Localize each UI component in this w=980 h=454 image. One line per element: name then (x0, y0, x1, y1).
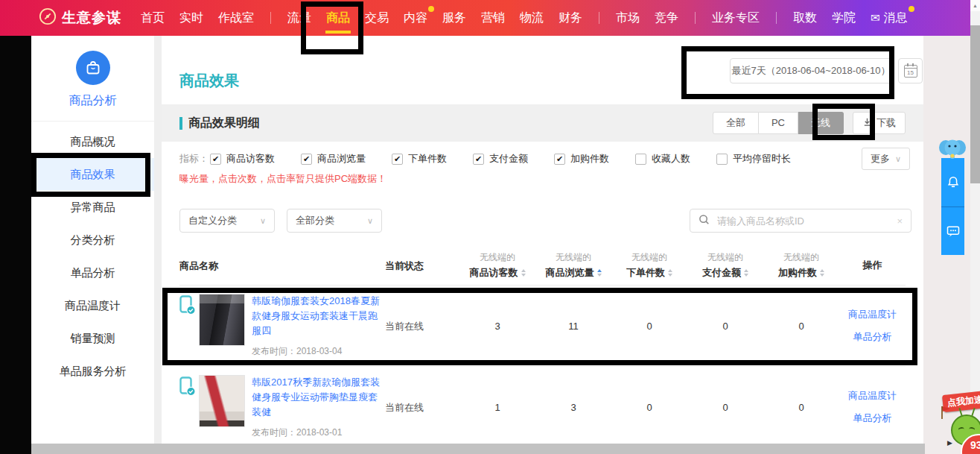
column-header[interactable]: 无线端的下单件数 (611, 251, 687, 280)
sort-up-icon[interactable] (820, 269, 824, 272)
terminal-tab[interactable]: 全部 (713, 112, 759, 134)
sort-down-icon[interactable] (521, 274, 526, 277)
sort-down-icon[interactable] (597, 274, 602, 277)
nav-item[interactable]: 物流 (512, 0, 551, 36)
clear-search-icon[interactable]: × (897, 215, 903, 227)
nav-item[interactable]: 内容 (396, 0, 435, 36)
nav-item[interactable]: 业务专区 (704, 0, 767, 36)
nav-item[interactable]: 学院 (824, 0, 863, 36)
search-input[interactable] (716, 215, 891, 227)
nav-item[interactable]: 取数 (786, 0, 824, 36)
sidebar-item[interactable]: 单品分析 (31, 256, 154, 289)
notifications-bell-button[interactable] (941, 158, 964, 206)
column-title-text: 下单件数 (626, 266, 665, 280)
date-range-selector[interactable]: 最近7天（2018-06-04~2018-06-10） (730, 58, 892, 83)
checkbox-icon[interactable]: ✔ (301, 154, 312, 165)
checkbox-icon[interactable] (635, 154, 646, 165)
sort-down-icon[interactable] (668, 274, 672, 277)
sidebar-item[interactable]: 商品效果 (31, 158, 154, 191)
brand-logo[interactable]: 生意参谋 (39, 7, 121, 29)
action-link[interactable]: 单品分析 (853, 330, 892, 344)
vertical-scrollbar-thumb[interactable] (970, 25, 980, 183)
nav-item[interactable]: 服务 (435, 0, 474, 36)
sidebar-item[interactable]: 销量预测 (31, 322, 154, 355)
nav-item[interactable]: ✉消息 (863, 0, 915, 36)
product-title-link[interactable]: 韩版瑜伽服套装女2018春夏新款健身服女运动套装速干晨跑服四 (252, 294, 385, 338)
metric-checkbox[interactable]: ✔加购件数 (554, 152, 609, 165)
sidebar-item[interactable]: 商品概况 (31, 125, 154, 158)
column-header[interactable]: 无线端的加购件数 (763, 251, 839, 280)
sort-arrows[interactable] (521, 269, 526, 277)
checkbox-icon[interactable]: ✔ (210, 154, 221, 165)
download-icon (862, 117, 872, 129)
metric-checkbox[interactable]: 平均停留时长 (716, 152, 791, 165)
metric-value: 3 (494, 321, 500, 332)
nav-item-label: 服务 (442, 10, 466, 26)
metric-checkbox[interactable]: ✔商品访客数 (210, 152, 275, 165)
all-category-select[interactable]: 全部分类 ∨ (287, 209, 382, 233)
column-header-content: 无线端的商品浏览量 (546, 251, 602, 280)
terminal-tab[interactable]: PC (759, 112, 798, 134)
sidebar-item[interactable]: 异常商品 (31, 191, 154, 224)
sort-arrows[interactable] (820, 269, 824, 277)
metric-checkbox[interactable]: ✔商品浏览量 (301, 152, 366, 165)
more-metrics-button[interactable]: 更多 ∨ (862, 148, 910, 170)
metric-checkbox[interactable]: ✔支付金额 (473, 152, 528, 165)
checkbox-icon[interactable]: ✔ (473, 154, 484, 165)
nav-item[interactable]: 实时 (172, 0, 211, 36)
sidebar-item[interactable]: 分类分析 (31, 224, 154, 256)
sidebar-item[interactable]: 商品温度计 (31, 289, 154, 322)
checkbox-icon[interactable] (716, 154, 728, 165)
sort-arrows[interactable] (597, 269, 602, 277)
checkbox-icon[interactable]: ✔ (392, 154, 403, 165)
vertical-scrollbar[interactable]: ▲ (970, 0, 980, 454)
metric-label: 商品浏览量 (317, 152, 366, 165)
sort-up-icon[interactable] (744, 269, 748, 272)
nav-item[interactable]: 商品 (319, 0, 357, 36)
scroll-up-button[interactable]: ▲ (970, 0, 980, 11)
nav-item-label: 业务专区 (712, 10, 760, 26)
product-info: 韩版2017秋季新款瑜伽服套装健身服专业运动带胸垫显瘦套装健发布时间：2018-… (252, 375, 385, 439)
section-accent-bar (179, 117, 182, 130)
product-title-link[interactable]: 韩版2017秋季新款瑜伽服套装健身服专业运动带胸垫显瘦套装健 (252, 375, 385, 420)
metric-value: 0 (798, 321, 804, 332)
nav-item[interactable]: 作战室 (211, 0, 261, 36)
feedback-chat-button[interactable] (941, 206, 964, 256)
horizontal-scrollbar[interactable] (0, 444, 980, 454)
nav-item[interactable]: 营销 (474, 0, 512, 36)
nav-item[interactable]: 交易 (357, 0, 396, 36)
action-link[interactable]: 商品温度计 (848, 389, 897, 403)
horizontal-scrollbar-thumb[interactable] (31, 444, 925, 454)
metric-value-cell: 0 (763, 321, 839, 332)
nav-item[interactable]: 财务 (551, 0, 590, 36)
column-header[interactable]: 无线端的商品浏览量 (535, 251, 611, 280)
checkbox-icon[interactable]: ✔ (554, 154, 565, 165)
sort-down-icon[interactable] (820, 274, 824, 277)
sort-arrows[interactable] (668, 269, 672, 277)
nav-item[interactable]: 首页 (133, 0, 172, 36)
sort-down-icon[interactable] (744, 274, 748, 277)
product-thumbnail[interactable] (199, 294, 245, 346)
action-link[interactable]: 商品温度计 (848, 308, 897, 321)
sort-up-icon[interactable] (597, 269, 602, 272)
nav-item[interactable]: 流量 (280, 0, 319, 36)
custom-category-select[interactable]: 自定义分类 ∨ (179, 209, 275, 233)
calendar-button[interactable]: 15 (898, 58, 923, 83)
nav-item-label: 商品 (326, 10, 350, 26)
sort-arrows[interactable] (744, 269, 748, 277)
product-thumbnail[interactable] (199, 375, 245, 427)
collapse-arrow-icon[interactable]: ▶ (947, 439, 952, 447)
download-button[interactable]: 下载 (853, 112, 906, 134)
action-link[interactable]: 单品分析 (853, 412, 892, 425)
terminal-tab[interactable]: 无线 (798, 112, 844, 134)
metric-checkbox[interactable]: 收藏人数 (635, 152, 690, 165)
sort-up-icon[interactable] (668, 269, 672, 272)
nav-item[interactable]: 市场 (608, 0, 647, 36)
metric-checkbox[interactable]: ✔下单件数 (392, 152, 447, 165)
sort-up-icon[interactable] (521, 269, 526, 272)
column-title-text: 支付金额 (702, 266, 741, 280)
column-header[interactable]: 无线端的商品访客数 (459, 251, 535, 280)
column-header[interactable]: 无线端的支付金额 (687, 251, 763, 280)
sidebar-item[interactable]: 单品服务分析 (31, 355, 154, 388)
nav-item[interactable]: 竞争 (647, 0, 686, 36)
